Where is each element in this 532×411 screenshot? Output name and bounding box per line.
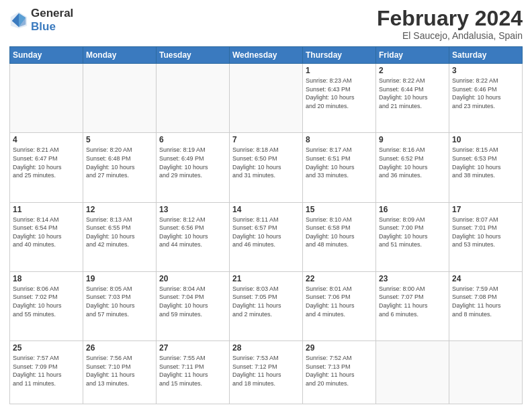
calendar-cell: 19Sunrise: 8:05 AM Sunset: 7:03 PM Dayli… <box>83 271 157 340</box>
calendar-cell: 5Sunrise: 8:20 AM Sunset: 6:48 PM Daylig… <box>83 133 157 202</box>
day-info: Sunrise: 8:00 AM Sunset: 7:07 PM Dayligh… <box>379 285 446 318</box>
calendar-cell: 3Sunrise: 8:22 AM Sunset: 6:46 PM Daylig… <box>449 64 523 133</box>
calendar-cell: 29Sunrise: 7:52 AM Sunset: 7:13 PM Dayli… <box>303 341 376 404</box>
day-info: Sunrise: 7:56 AM Sunset: 7:10 PM Dayligh… <box>86 354 153 387</box>
calendar-cell: 8Sunrise: 8:17 AM Sunset: 6:51 PM Daylig… <box>303 133 376 202</box>
day-info: Sunrise: 8:07 AM Sunset: 7:01 PM Dayligh… <box>452 216 519 249</box>
calendar-cell: 25Sunrise: 7:57 AM Sunset: 7:09 PM Dayli… <box>10 341 83 404</box>
day-info: Sunrise: 8:01 AM Sunset: 7:06 PM Dayligh… <box>306 285 373 318</box>
day-number: 29 <box>306 343 373 353</box>
day-info: Sunrise: 8:05 AM Sunset: 7:03 PM Dayligh… <box>86 285 153 318</box>
day-info: Sunrise: 8:21 AM Sunset: 6:47 PM Dayligh… <box>13 146 80 179</box>
calendar-cell: 22Sunrise: 8:01 AM Sunset: 7:06 PM Dayli… <box>303 271 376 340</box>
day-info: Sunrise: 8:23 AM Sunset: 6:43 PM Dayligh… <box>306 77 373 110</box>
day-info: Sunrise: 8:10 AM Sunset: 6:58 PM Dayligh… <box>306 216 373 249</box>
logo: General Blue <box>9 7 73 33</box>
day-info: Sunrise: 8:06 AM Sunset: 7:02 PM Dayligh… <box>13 285 80 318</box>
day-info: Sunrise: 8:20 AM Sunset: 6:48 PM Dayligh… <box>86 146 153 179</box>
calendar-cell: 28Sunrise: 7:53 AM Sunset: 7:12 PM Dayli… <box>230 341 303 404</box>
day-number: 11 <box>13 205 80 214</box>
calendar-cell: 7Sunrise: 8:18 AM Sunset: 6:50 PM Daylig… <box>230 133 303 202</box>
weekday-header-tuesday: Tuesday <box>157 47 230 64</box>
calendar-cell: 15Sunrise: 8:10 AM Sunset: 6:58 PM Dayli… <box>303 202 376 271</box>
day-info: Sunrise: 8:16 AM Sunset: 6:52 PM Dayligh… <box>379 146 446 179</box>
day-info: Sunrise: 8:09 AM Sunset: 7:00 PM Dayligh… <box>379 216 446 249</box>
calendar-cell: 4Sunrise: 8:21 AM Sunset: 6:47 PM Daylig… <box>10 133 83 202</box>
weekday-header-saturday: Saturday <box>449 47 523 64</box>
calendar-cell: 18Sunrise: 8:06 AM Sunset: 7:02 PM Dayli… <box>10 271 83 340</box>
weekday-header-thursday: Thursday <box>303 47 376 64</box>
day-number: 23 <box>379 274 446 283</box>
day-info: Sunrise: 8:03 AM Sunset: 7:05 PM Dayligh… <box>232 285 300 318</box>
day-info: Sunrise: 8:18 AM Sunset: 6:50 PM Dayligh… <box>232 146 300 179</box>
weekday-header-monday: Monday <box>83 47 157 64</box>
day-number: 1 <box>306 66 373 75</box>
title-block: February 2024 El Saucejo, Andalusia, Spa… <box>377 7 523 41</box>
day-number: 7 <box>232 135 300 144</box>
day-info: Sunrise: 7:55 AM Sunset: 7:11 PM Dayligh… <box>159 354 226 387</box>
day-info: Sunrise: 7:52 AM Sunset: 7:13 PM Dayligh… <box>306 354 373 387</box>
month-year: February 2024 <box>377 7 523 30</box>
day-number: 15 <box>306 205 373 214</box>
day-number: 25 <box>13 343 80 353</box>
day-number: 5 <box>86 135 153 144</box>
day-number: 28 <box>232 343 300 353</box>
calendar-cell <box>376 341 449 404</box>
calendar-cell: 14Sunrise: 8:11 AM Sunset: 6:57 PM Dayli… <box>230 202 303 271</box>
calendar-cell <box>230 64 303 133</box>
calendar-cell: 2Sunrise: 8:22 AM Sunset: 6:44 PM Daylig… <box>376 64 449 133</box>
calendar-cell <box>10 64 83 133</box>
page: General Blue February 2024 El Saucejo, A… <box>0 0 532 411</box>
logo-icon <box>9 11 28 30</box>
day-info: Sunrise: 8:04 AM Sunset: 7:04 PM Dayligh… <box>159 285 226 318</box>
calendar-table: SundayMondayTuesdayWednesdayThursdayFrid… <box>9 46 523 404</box>
calendar-cell: 27Sunrise: 7:55 AM Sunset: 7:11 PM Dayli… <box>157 341 230 404</box>
day-number: 21 <box>232 274 300 283</box>
day-number: 6 <box>159 135 226 144</box>
day-number: 16 <box>379 205 446 214</box>
day-info: Sunrise: 8:22 AM Sunset: 6:46 PM Dayligh… <box>452 77 519 110</box>
day-number: 19 <box>86 274 153 283</box>
calendar-cell <box>83 64 157 133</box>
day-info: Sunrise: 8:19 AM Sunset: 6:49 PM Dayligh… <box>159 146 226 179</box>
day-number: 8 <box>306 135 373 144</box>
calendar-cell: 17Sunrise: 8:07 AM Sunset: 7:01 PM Dayli… <box>449 202 523 271</box>
day-number: 10 <box>452 135 519 144</box>
day-info: Sunrise: 8:17 AM Sunset: 6:51 PM Dayligh… <box>306 146 373 179</box>
calendar-cell: 10Sunrise: 8:15 AM Sunset: 6:53 PM Dayli… <box>449 133 523 202</box>
day-number: 27 <box>159 343 226 353</box>
weekday-header-sunday: Sunday <box>10 47 83 64</box>
day-number: 4 <box>13 135 80 144</box>
day-number: 20 <box>159 274 226 283</box>
calendar-cell: 6Sunrise: 8:19 AM Sunset: 6:49 PM Daylig… <box>157 133 230 202</box>
location: El Saucejo, Andalusia, Spain <box>377 30 523 41</box>
day-number: 14 <box>232 205 300 214</box>
day-number: 26 <box>86 343 153 353</box>
day-info: Sunrise: 7:53 AM Sunset: 7:12 PM Dayligh… <box>232 354 300 387</box>
day-number: 18 <box>13 274 80 283</box>
calendar-cell: 13Sunrise: 8:12 AM Sunset: 6:56 PM Dayli… <box>157 202 230 271</box>
calendar-cell: 24Sunrise: 7:59 AM Sunset: 7:08 PM Dayli… <box>449 271 523 340</box>
day-info: Sunrise: 8:13 AM Sunset: 6:55 PM Dayligh… <box>86 216 153 249</box>
calendar-cell: 20Sunrise: 8:04 AM Sunset: 7:04 PM Dayli… <box>157 271 230 340</box>
calendar-cell: 16Sunrise: 8:09 AM Sunset: 7:00 PM Dayli… <box>376 202 449 271</box>
day-number: 2 <box>379 66 446 75</box>
calendar-cell <box>449 341 523 404</box>
day-info: Sunrise: 7:59 AM Sunset: 7:08 PM Dayligh… <box>452 285 519 318</box>
day-number: 13 <box>159 205 226 214</box>
weekday-header-wednesday: Wednesday <box>230 47 303 64</box>
calendar-cell: 21Sunrise: 8:03 AM Sunset: 7:05 PM Dayli… <box>230 271 303 340</box>
header: General Blue February 2024 El Saucejo, A… <box>9 7 523 41</box>
day-info: Sunrise: 7:57 AM Sunset: 7:09 PM Dayligh… <box>13 354 80 387</box>
calendar-cell: 23Sunrise: 8:00 AM Sunset: 7:07 PM Dayli… <box>376 271 449 340</box>
day-info: Sunrise: 8:12 AM Sunset: 6:56 PM Dayligh… <box>159 216 226 249</box>
calendar-cell: 1Sunrise: 8:23 AM Sunset: 6:43 PM Daylig… <box>303 64 376 133</box>
day-info: Sunrise: 8:14 AM Sunset: 6:54 PM Dayligh… <box>13 216 80 249</box>
day-number: 9 <box>379 135 446 144</box>
calendar-cell: 9Sunrise: 8:16 AM Sunset: 6:52 PM Daylig… <box>376 133 449 202</box>
calendar-cell: 26Sunrise: 7:56 AM Sunset: 7:10 PM Dayli… <box>83 341 157 404</box>
day-number: 12 <box>86 205 153 214</box>
day-number: 17 <box>452 205 519 214</box>
calendar-cell: 12Sunrise: 8:13 AM Sunset: 6:55 PM Dayli… <box>83 202 157 271</box>
day-info: Sunrise: 8:22 AM Sunset: 6:44 PM Dayligh… <box>379 77 446 110</box>
